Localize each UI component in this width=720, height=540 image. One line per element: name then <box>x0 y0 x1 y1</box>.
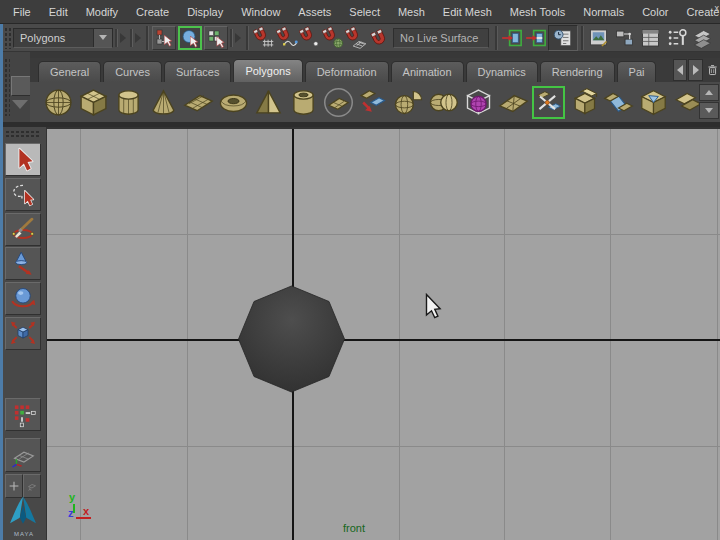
snap-curve-icon <box>275 26 298 50</box>
channel-box[interactable] <box>691 26 714 50</box>
select-by-hierarchy[interactable] <box>152 26 176 50</box>
poly-sphere-icon <box>42 86 75 119</box>
menu-item-modify[interactable]: Modify <box>77 0 127 24</box>
lasso-tool[interactable] <box>5 178 41 211</box>
menu-item-window[interactable]: Window <box>232 0 289 24</box>
menu-item-color[interactable]: Color <box>633 0 677 24</box>
render-settings[interactable] <box>639 26 662 50</box>
shelf-drag-handle[interactable] <box>4 58 10 116</box>
shelf-item-extrude[interactable] <box>567 86 600 119</box>
shelf-tab-pai[interactable]: Pai <box>617 61 657 82</box>
menu-item-mesh-tools[interactable]: Mesh Tools <box>501 0 574 24</box>
shelf-item-poly-cone[interactable] <box>147 86 180 119</box>
select-component-icon <box>206 28 226 48</box>
hypergraph[interactable] <box>613 26 636 50</box>
shelf-item-bridge[interactable] <box>602 86 635 119</box>
smooth-icon <box>462 86 495 119</box>
menu-item-edit[interactable]: Edit <box>40 0 77 24</box>
shelf-item-split-polygon-tool[interactable] <box>532 86 565 119</box>
snap-to-curves[interactable] <box>275 26 298 50</box>
viewport-front[interactable]: y z x front <box>46 127 720 540</box>
render-view[interactable] <box>587 26 610 50</box>
move-tool[interactable] <box>5 247 41 280</box>
shelf-tab-next-button[interactable] <box>688 59 702 81</box>
shelf-scroll-down-button[interactable] <box>699 102 719 119</box>
shelf-scroll-up-button[interactable] <box>699 84 719 101</box>
select-by-object[interactable] <box>178 26 202 50</box>
select-by-component[interactable] <box>204 26 228 50</box>
scale-tool[interactable] <box>5 317 41 350</box>
shelf-item-poly-pipe[interactable] <box>287 86 320 119</box>
shelf-item-poly-torus[interactable] <box>217 86 250 119</box>
toolbox-drag-handle[interactable] <box>5 130 41 137</box>
shelf-trash-icon[interactable] <box>705 60 720 80</box>
menu-item-display-label: Display <box>187 6 223 18</box>
snap-to-grids[interactable] <box>252 26 275 50</box>
menu-item-mesh[interactable]: Mesh <box>389 0 434 24</box>
maya-logo-label: MAYA <box>6 531 42 537</box>
shelf-item-poly-plane[interactable] <box>182 86 215 119</box>
shelf-tab-button[interactable] <box>11 76 32 96</box>
shelf-item-poly-cylinder[interactable] <box>112 86 145 119</box>
shelf-item-poly-pyramid[interactable] <box>252 86 285 119</box>
live-surface-field[interactable]: No Live Surface <box>393 28 489 48</box>
shelf-tab-pai-label: Pai <box>629 66 645 78</box>
poly-pyramid-icon <box>252 86 285 119</box>
shelf-item-poly-platonic[interactable] <box>322 86 355 119</box>
input-connections[interactable] <box>501 26 524 50</box>
triangulate-icon <box>497 86 530 119</box>
duplicate-face-icon <box>357 86 390 119</box>
shelf-item-triangulate[interactable] <box>497 86 530 119</box>
polygon-object[interactable] <box>237 285 347 393</box>
panel-edge-highlight <box>0 24 3 540</box>
shelf-item-boolean-union[interactable] <box>392 86 425 119</box>
poly-pipe-icon <box>287 86 320 119</box>
snap-to-view-planes[interactable] <box>344 26 367 50</box>
statusline-drag-handle[interactable] <box>4 27 11 49</box>
make-live[interactable] <box>367 26 390 50</box>
shelf-menu-button[interactable] <box>12 100 28 109</box>
split-polygon-tool-icon <box>534 88 563 117</box>
single-pane-layout-button[interactable] <box>5 438 41 472</box>
snap-to-points[interactable] <box>298 26 321 50</box>
shelf-tab-animation[interactable]: Animation <box>391 61 464 82</box>
menu-item-edit-mesh[interactable]: Edit Mesh <box>434 0 501 24</box>
boolean-union-icon <box>392 86 425 119</box>
menu-item-create[interactable]: Create <box>127 0 178 24</box>
statusline-collapser[interactable] <box>130 28 141 48</box>
last-tool-button[interactable] <box>5 398 41 431</box>
menu-item-select[interactable]: Select <box>340 0 389 24</box>
shelf-tab-surfaces[interactable]: Surfaces <box>164 61 231 82</box>
grid-line <box>504 129 505 540</box>
shelf-item-duplicate-face[interactable] <box>357 86 390 119</box>
shelf-item-boolean-difference[interactable] <box>427 86 460 119</box>
shelf-item-smooth[interactable] <box>462 86 495 119</box>
shelf-tab-dynamics[interactable]: Dynamics <box>466 61 538 82</box>
output-connections[interactable] <box>525 26 548 50</box>
menu-set-dropdown[interactable]: Polygons <box>13 28 113 48</box>
menu-item-assets[interactable]: Assets <box>289 0 340 24</box>
shelf-tab-general[interactable]: General <box>38 61 101 82</box>
snap-to-projected-center[interactable] <box>321 26 344 50</box>
rotate-tool[interactable] <box>5 282 41 315</box>
shelf-tab-curves[interactable]: Curves <box>103 61 162 82</box>
shelf-item-bevel[interactable] <box>637 86 670 119</box>
select-tool[interactable] <box>5 143 41 176</box>
shelf-item-poly-sphere[interactable] <box>42 86 75 119</box>
construction-history-toggle[interactable] <box>548 25 578 51</box>
shelf-tab-polygons[interactable]: Polygons <box>233 59 302 82</box>
menu-item-display[interactable]: Display <box>178 0 232 24</box>
statusline-collapser[interactable] <box>115 28 126 48</box>
menu-set-value: Polygons <box>14 32 93 44</box>
statusline-collapser[interactable] <box>230 28 241 48</box>
menu-item-normals[interactable]: Normals <box>574 0 633 24</box>
status-line: Polygons No Live Surface <box>0 24 720 52</box>
menu-item-file[interactable]: File <box>4 0 40 24</box>
shelf-tab-deformation[interactable]: Deformation <box>305 61 389 82</box>
paint-select-tool[interactable] <box>5 213 41 246</box>
dropdown-arrow-icon[interactable] <box>93 29 112 47</box>
shelf-item-poly-cube[interactable] <box>77 86 110 119</box>
shelf-tab-rendering[interactable]: Rendering <box>540 61 615 82</box>
shelf-tab-prev-button[interactable] <box>673 59 687 81</box>
tool-settings[interactable] <box>665 26 688 50</box>
